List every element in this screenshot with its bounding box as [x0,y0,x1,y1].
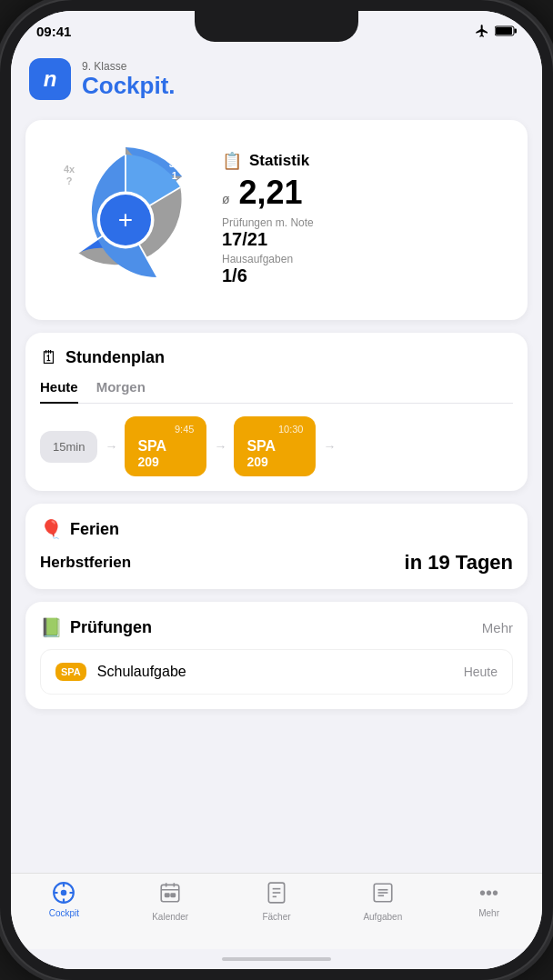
schedule-time-1: 10:30 [246,424,303,435]
airplane-icon [475,24,489,38]
tab-cockpit[interactable]: Cockpit [11,881,117,918]
stundenplan-header: 🗓 Stundenplan [40,347,513,368]
chart-label-2: 4x? [64,164,75,187]
tab-cockpit-label: Cockpit [49,908,79,918]
tab-morgen[interactable]: Morgen [96,379,146,404]
svg-point-9 [61,890,67,896]
pruefung-item-0[interactable]: SPA Schulaufgabe Heute [40,649,513,695]
chart-label-4: 8x2 [180,255,191,278]
tab-heute[interactable]: Heute [40,379,78,404]
tab-aufgaben-icon [371,881,395,908]
arrow-1: → [105,439,117,454]
notch [195,11,358,42]
stats-avg-value: 2,21 [239,174,303,211]
tab-mehr[interactable]: ••• Mehr [436,881,542,918]
header-title: Cockpit. [82,73,176,99]
faecher-icon [265,881,288,905]
stats-title: Statistik [249,152,309,170]
arrow-2: → [214,439,226,454]
stundenplan-icon: 🗓 [40,347,58,368]
schedule-time-0: 9:45 [137,424,194,435]
tab-mehr-icon: ••• [479,881,498,905]
ferien-icon: 🎈 [40,518,63,540]
content: + 3x1 4x? 6x3 8x2 📋 Statistik ø 2,21 [11,113,542,873]
status-time: 09:41 [36,24,71,39]
cockpit-icon [52,881,75,905]
tab-bar: Cockpit Kalender [11,873,542,949]
stats-hausaufgaben-value: 1/6 [222,265,509,285]
time-ago: 15min [40,431,97,463]
pruefungen-mehr[interactable]: Mehr [482,620,513,635]
arrow-3: → [323,439,336,454]
header-title-text: Cockpit [82,72,168,99]
tab-faecher[interactable]: Fächer [224,881,330,922]
kalender-icon [158,881,182,905]
schedule-room-0: 209 [137,455,194,469]
schedule-item-0[interactable]: 9:45 SPA 209 [125,416,206,476]
tab-faecher-icon [265,881,288,908]
tab-aufgaben[interactable]: Aufgaben [329,881,436,922]
tab-faecher-label: Fächer [262,912,290,922]
ferien-card: 🎈 Ferien Herbstferien in 19 Tagen [25,504,528,589]
stundenplan-card: 🗓 Stundenplan Heute Morgen 15min → 9:45 … [25,333,528,491]
home-bar [222,957,331,961]
ferien-days: in 19 Tagen [405,551,513,575]
stats-header: 📋 Statistik [222,151,509,171]
ferien-name: Herbstferien [40,554,131,572]
stats-pruefungen-value: 17/21 [222,229,509,249]
stundenplan-tabs: Heute Morgen [40,379,513,404]
schedule-name-0: SPA [137,438,194,455]
tab-mehr-label: Mehr [478,908,499,918]
schedule-scroll: 15min → 9:45 SPA 209 → 10:30 SPA 209 → [40,416,513,476]
tab-kalender[interactable]: Kalender [117,881,224,922]
ferien-row: Herbstferien in 19 Tagen [40,551,513,575]
header-title-dot: . [168,72,175,99]
chart-label-1: 3x1 [169,158,180,182]
schedule-name-1: SPA [246,438,303,455]
stats-icon: 📋 [222,151,242,171]
stats-hausaufgaben-label: Hausaufgaben [222,253,509,265]
header-text: 9. Klasse Cockpit. [82,60,176,99]
logo-circle: n [29,58,71,100]
chart-label-3: 6x3 [56,251,67,275]
pruefung-title-0: Schulaufgabe [97,664,453,680]
pruefungen-header: 📗 Prüfungen Mehr [40,616,513,638]
donut-center-button[interactable]: + [100,195,151,245]
schedule-room-1: 209 [246,455,303,469]
stats-pruefungen-label: Prüfungen m. Note [222,216,509,229]
aufgaben-icon [371,881,395,905]
pruefungen-icon: 📗 [40,616,63,638]
svg-rect-18 [166,894,169,896]
stats-right: 📋 Statistik ø 2,21 Prüfungen m. Note 17/… [222,151,509,289]
logo-letter: n [44,66,57,92]
svg-rect-14 [161,885,179,901]
home-indicator [11,949,542,969]
donut-chart: + 3x1 4x? 6x3 8x2 [44,138,207,302]
screen: 09:41 n 9. Klasse [11,11,542,969]
stats-hausaufgaben-row: Hausaufgaben 1/6 [222,253,509,285]
statistics-card: + 3x1 4x? 6x3 8x2 📋 Statistik ø 2,21 [25,120,528,320]
tab-kalender-icon [158,881,182,908]
pruefung-badge-0: SPA [55,663,86,681]
pruefungen-card: 📗 Prüfungen Mehr SPA Schulaufgabe Heute [25,602,528,709]
stats-pruefungen-row: Prüfungen m. Note 17/21 [222,216,509,249]
phone-frame: 09:41 n 9. Klasse [0,0,553,980]
svg-rect-19 [171,894,175,896]
stats-avg: ø 2,21 [222,176,509,209]
tab-cockpit-icon [52,881,75,905]
schedule-item-1[interactable]: 10:30 SPA 209 [234,416,316,476]
tab-aufgaben-label: Aufgaben [363,912,402,922]
ferien-title: Ferien [70,520,119,539]
status-icons [475,24,517,38]
ferien-header: 🎈 Ferien [40,518,513,540]
stats-avg-prefix: ø [222,192,230,206]
stundenplan-title: Stundenplan [65,348,165,367]
pruefungen-title: Prüfungen [70,618,152,637]
svg-rect-2 [515,29,518,34]
header-grade: 9. Klasse [82,60,176,73]
header: n 9. Klasse Cockpit. [11,51,542,113]
svg-rect-1 [496,27,512,35]
battery-icon [495,25,517,36]
pruefung-date-0: Heute [464,665,498,679]
tab-kalender-label: Kalender [152,912,188,922]
